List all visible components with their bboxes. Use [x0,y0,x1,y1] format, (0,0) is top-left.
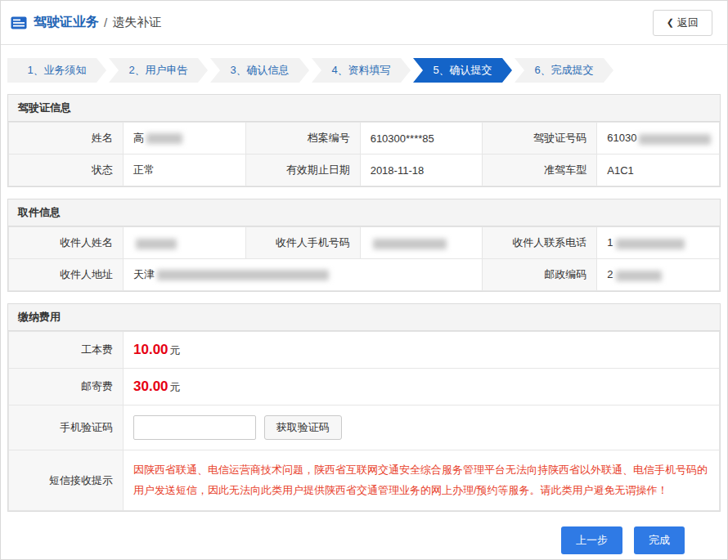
license-no-label: 驾驶证号码 [483,123,597,155]
recipient-phone-value: 1 [597,227,720,259]
expiry-value: 2018-11-18 [360,155,483,186]
table-row: 邮寄费 30.00元 [9,369,720,405]
redacted-value [616,271,662,281]
back-button-label: 返回 [677,16,699,30]
breadcrumb-current: 遗失补证 [112,15,161,30]
step-tab-6[interactable]: 6、完成提交 [515,58,613,83]
step-navigation: 1、业务须知 2、用户申告 3、确认信息 4、资料填写 5、确认提交 6、完成提… [7,58,721,83]
step-tab-3[interactable]: 3、确认信息 [210,58,309,83]
table-row: 短信接收提示 因陕西省联通、电信运营商技术问题，陕西省互联网交通安全综合服务管理… [9,450,720,511]
pickup-info-table: 收件人姓名 收件人手机号码 收件人联系电话 1 收件人地址 天津 邮政编码 2 [8,226,720,291]
postcode-text: 2 [607,268,613,280]
status-value: 正常 [124,155,246,186]
postcode-value: 2 [597,259,720,291]
step-tab-5[interactable]: 5、确认提交 [413,58,512,83]
recipient-name-label: 收件人姓名 [9,227,124,259]
breadcrumb-separator: / [104,16,107,29]
sms-notice-label: 短信接收提示 [9,450,124,511]
step-tab-1[interactable]: 1、业务须知 [7,58,106,83]
fee-unit: 元 [170,344,181,356]
redacted-value [136,239,177,249]
fee-unit: 元 [170,381,181,393]
vehicle-label: 准驾车型 [483,155,597,186]
postage-fee-label: 邮寄费 [9,369,124,405]
top-header: 驾驶证业务 / 遗失补证 ❮ 返回 [1,1,727,45]
postcode-label: 邮政编码 [483,259,597,291]
name-label: 姓名 [9,123,124,155]
redacted-value [373,239,447,249]
back-button[interactable]: ❮ 返回 [653,10,712,36]
license-no-value: 61030 [597,123,720,155]
chevron-left-icon: ❮ [667,17,674,28]
redacted-value [157,270,329,280]
pickup-info-section: 取件信息 收件人姓名 收件人手机号码 收件人联系电话 1 收件人地址 天津 邮政… [7,199,721,292]
address-label: 收件人地址 [9,259,124,291]
production-fee-label: 工本费 [9,332,124,369]
get-code-button[interactable]: 获取验证码 [264,415,342,440]
file-no-label: 档案编号 [245,123,360,155]
production-fee-amount: 10.00 [133,342,169,357]
table-row: 收件人地址 天津 邮政编码 2 [9,259,720,291]
page-title: 驾驶证业务 [34,14,99,31]
license-no-value-text: 61030 [607,132,636,144]
name-value-text: 高 [133,132,144,144]
previous-step-button[interactable]: 上一步 [561,526,622,554]
sms-code-cell: 获取验证码 [124,405,720,450]
sms-notice-cell: 因陕西省联通、电信运营商技术问题，陕西省互联网交通安全综合服务管理平台无法向持陕… [124,450,720,511]
recipient-mobile-value [360,227,483,259]
recipient-name-value [124,227,246,259]
recipient-mobile-label: 收件人手机号码 [245,227,360,259]
license-business-icon [11,16,27,29]
table-row: 姓名 高 档案编号 610300****85 驾驶证号码 61030 [9,123,720,155]
redacted-value [146,133,182,144]
name-value: 高 [124,123,246,155]
footer-actions: 上一步 完成 [1,523,727,560]
expiry-label: 有效期止日期 [245,155,360,186]
recipient-phone-text: 1 [607,236,613,249]
finish-button[interactable]: 完成 [634,526,685,554]
address-text: 天津 [133,268,155,280]
redacted-value [639,134,711,145]
postage-fee-amount: 30.00 [133,379,169,394]
license-info-table: 姓名 高 档案编号 610300****85 驾驶证号码 61030 状态 正常… [8,122,720,186]
table-row: 收件人姓名 收件人手机号码 收件人联系电话 1 [9,227,720,259]
pickup-info-title: 取件信息 [8,199,720,226]
license-info-title: 驾驶证信息 [8,95,720,122]
sms-notice-text: 因陕西省联通、电信运营商技术问题，陕西省互联网交通安全综合服务管理平台无法向持陕… [133,460,709,500]
step-tab-4[interactable]: 4、资料填写 [312,58,411,83]
fee-section: 缴纳费用 工本费 10.00元 邮寄费 30.00元 手机验证码 获取验证码 [7,303,721,512]
status-label: 状态 [9,155,124,186]
step-tab-2[interactable]: 2、用户申告 [109,58,208,83]
fee-section-title: 缴纳费用 [8,304,720,331]
sms-code-input[interactable] [133,415,256,440]
license-info-section: 驾驶证信息 姓名 高 档案编号 610300****85 驾驶证号码 61030… [7,94,721,187]
vehicle-value: A1C1 [597,155,720,186]
address-value: 天津 [124,259,483,291]
redacted-value [616,239,685,249]
table-row: 手机验证码 获取验证码 [9,405,720,450]
table-row: 状态 正常 有效期止日期 2018-11-18 准驾车型 A1C1 [9,155,720,186]
fee-table: 工本费 10.00元 邮寄费 30.00元 手机验证码 获取验证码 短信接收提 [8,331,720,511]
production-fee-value: 10.00元 [124,332,720,369]
postage-fee-value: 30.00元 [124,369,720,405]
recipient-phone-label: 收件人联系电话 [483,227,597,259]
sms-code-label: 手机验证码 [9,405,124,450]
table-row: 工本费 10.00元 [9,332,720,369]
file-no-value: 610300****85 [360,123,483,155]
page: 驾驶证业务 / 遗失补证 ❮ 返回 1、业务须知 2、用户申告 3、确认信息 4… [0,0,728,560]
